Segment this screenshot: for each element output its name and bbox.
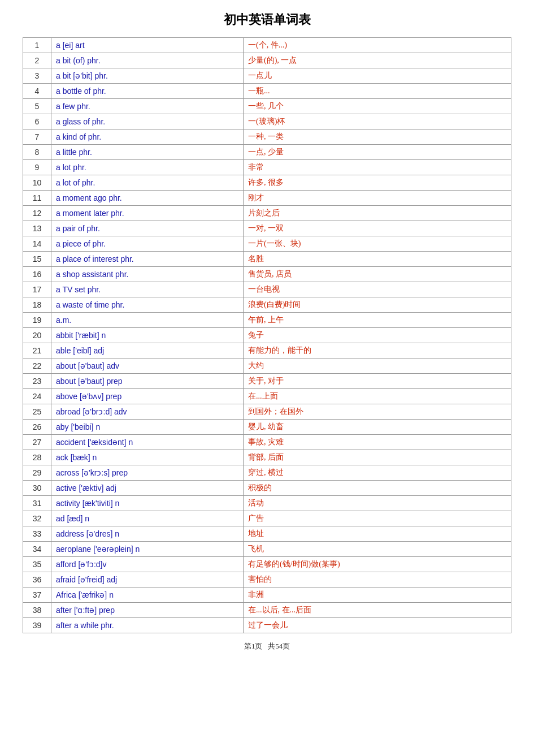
row-number: 26 xyxy=(23,420,51,435)
row-word: after a while phr. xyxy=(51,618,244,633)
table-row: 29across [ə'krɔ:s] prep穿过, 横过 xyxy=(23,465,511,481)
row-meaning: 浪费(白费)时间 xyxy=(244,297,511,313)
row-meaning: 售货员, 店员 xyxy=(244,267,511,282)
row-word: about [ə'baut] adv xyxy=(51,358,244,374)
row-number: 37 xyxy=(23,587,51,603)
row-word: a piece of phr. xyxy=(51,236,244,252)
row-word: a waste of time phr. xyxy=(51,297,244,313)
table-row: 39after a while phr.过了一会儿 xyxy=(23,618,511,633)
row-word: afraid [ə'freid] adj xyxy=(51,572,244,587)
row-number: 34 xyxy=(23,542,51,557)
row-word: a lot of phr. xyxy=(51,175,244,191)
row-word: active ['æktiv] adj xyxy=(51,481,244,496)
row-meaning: 许多, 很多 xyxy=(244,175,511,191)
row-meaning: 一些, 几个 xyxy=(244,99,511,114)
row-number: 8 xyxy=(23,145,51,160)
row-word: a little phr. xyxy=(51,145,244,160)
row-meaning: 非洲 xyxy=(244,587,511,603)
table-row: 15a place of interest phr.名胜 xyxy=(23,252,511,267)
row-number: 39 xyxy=(23,618,51,633)
row-number: 30 xyxy=(23,481,51,496)
table-row: 19a.m.午前, 上午 xyxy=(23,313,511,328)
row-word: a shop assistant phr. xyxy=(51,267,244,282)
row-number: 10 xyxy=(23,175,51,191)
row-word: a bit (of) phr. xyxy=(51,53,244,68)
table-row: 20abbit ['ræbit] n兔子 xyxy=(23,328,511,343)
row-word: accident ['æksidənt] n xyxy=(51,435,244,450)
row-word: across [ə'krɔ:s] prep xyxy=(51,465,244,481)
table-row: 22about [ə'baut] adv大约 xyxy=(23,358,511,374)
row-number: 28 xyxy=(23,450,51,465)
table-row: 26aby ['beibi] n婴儿, 幼畜 xyxy=(23,420,511,435)
row-word: activity [æk'tiviti] n xyxy=(51,496,244,511)
row-number: 23 xyxy=(23,374,51,389)
table-row: 4a bottle of phr.一瓶... xyxy=(23,84,511,99)
row-word: aeroplane ['eərəplein] n xyxy=(51,542,244,557)
page-footer: 第1页 共54页 xyxy=(23,641,511,651)
row-meaning: 片刻之后 xyxy=(244,206,511,221)
row-word: a kind of phr. xyxy=(51,129,244,145)
row-number: 35 xyxy=(23,557,51,572)
row-word: able ['eibl] adj xyxy=(51,343,244,358)
table-row: 7a kind of phr.一种, 一类 xyxy=(23,129,511,145)
row-word: a bottle of phr. xyxy=(51,84,244,99)
row-word: abbit ['ræbit] n xyxy=(51,328,244,343)
row-number: 31 xyxy=(23,496,51,511)
table-row: 23about [ə'baut] prep关于, 对于 xyxy=(23,374,511,389)
row-word: a lot phr. xyxy=(51,160,244,175)
total-pages: 共54页 xyxy=(268,642,290,650)
row-meaning: 婴儿, 幼畜 xyxy=(244,420,511,435)
row-word: a few phr. xyxy=(51,99,244,114)
row-word: address [ə'dres] n xyxy=(51,526,244,542)
row-word: a pair of phr. xyxy=(51,221,244,236)
table-row: 17a TV set phr.一台电视 xyxy=(23,282,511,297)
row-meaning: 少量(的), 一点 xyxy=(244,53,511,68)
row-meaning: 一台电视 xyxy=(244,282,511,297)
row-meaning: 一点儿 xyxy=(244,68,511,84)
row-number: 1 xyxy=(23,38,51,53)
row-word: a glass of phr. xyxy=(51,114,244,129)
row-meaning: 一种, 一类 xyxy=(244,129,511,145)
row-number: 12 xyxy=(23,206,51,221)
table-row: 2a bit (of) phr.少量(的), 一点 xyxy=(23,53,511,68)
row-meaning: 兔子 xyxy=(244,328,511,343)
row-word: afford [ə'fɔ:d]v xyxy=(51,557,244,572)
row-meaning: 一瓶... xyxy=(244,84,511,99)
row-number: 2 xyxy=(23,53,51,68)
row-word: a moment ago phr. xyxy=(51,191,244,206)
table-row: 21able ['eibl] adj有能力的，能干的 xyxy=(23,343,511,358)
row-meaning: 到国外；在国外 xyxy=(244,404,511,420)
row-word: a place of interest phr. xyxy=(51,252,244,267)
row-number: 27 xyxy=(23,435,51,450)
row-word: aby ['beibi] n xyxy=(51,420,244,435)
table-row: 35afford [ə'fɔ:d]v有足够的(钱/时间)做(某事) xyxy=(23,557,511,572)
row-number: 17 xyxy=(23,282,51,297)
row-number: 25 xyxy=(23,404,51,420)
row-meaning: 刚才 xyxy=(244,191,511,206)
row-meaning: 大约 xyxy=(244,358,511,374)
row-word: after ['ɑ:ftə] prep xyxy=(51,603,244,618)
table-row: 31activity [æk'tiviti] n活动 xyxy=(23,496,511,511)
row-number: 32 xyxy=(23,511,51,526)
row-word: ack [bæk] n xyxy=(51,450,244,465)
table-row: 13a pair of phr.一对, 一双 xyxy=(23,221,511,236)
row-meaning: 一片(一张、块) xyxy=(244,236,511,252)
row-meaning: 飞机 xyxy=(244,542,511,557)
row-number: 38 xyxy=(23,603,51,618)
table-row: 24above [ə'bʌv] prep在...上面 xyxy=(23,389,511,404)
table-row: 30active ['æktiv] adj积极的 xyxy=(23,481,511,496)
row-word: about [ə'baut] prep xyxy=(51,374,244,389)
table-row: 18a waste of time phr.浪费(白费)时间 xyxy=(23,297,511,313)
row-meaning: 名胜 xyxy=(244,252,511,267)
row-number: 19 xyxy=(23,313,51,328)
row-word: a.m. xyxy=(51,313,244,328)
row-word: Africa ['æfrikə] n xyxy=(51,587,244,603)
row-number: 6 xyxy=(23,114,51,129)
row-meaning: 非常 xyxy=(244,160,511,175)
row-number: 36 xyxy=(23,572,51,587)
row-word: above [ə'bʌv] prep xyxy=(51,389,244,404)
row-number: 20 xyxy=(23,328,51,343)
row-word: a TV set phr. xyxy=(51,282,244,297)
table-row: 12a moment later phr.片刻之后 xyxy=(23,206,511,221)
row-meaning: 穿过, 横过 xyxy=(244,465,511,481)
